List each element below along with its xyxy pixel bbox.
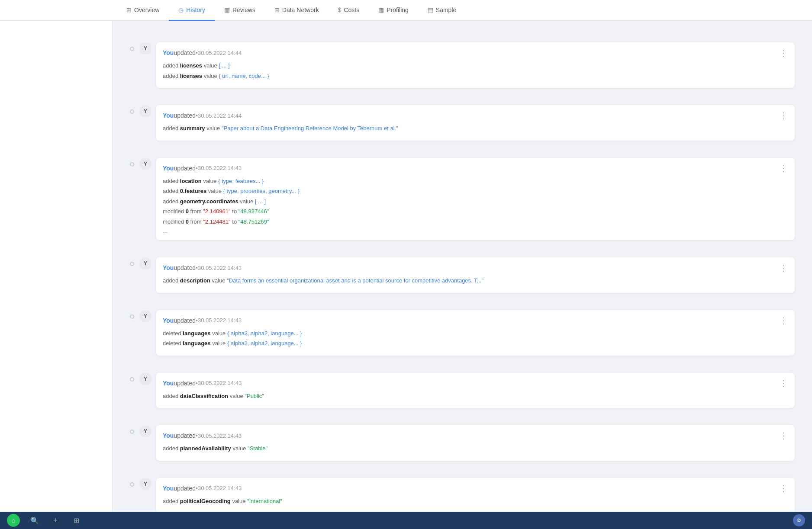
entry-dot bbox=[130, 314, 134, 319]
entry-content: You updated • 30.05.2022 14:43⋮added pla… bbox=[156, 425, 795, 461]
change-line: added geometry.coordinates value [ ... ] bbox=[163, 197, 788, 206]
entry-dot bbox=[130, 377, 134, 382]
entry-user: You bbox=[163, 264, 174, 271]
entry-user: You bbox=[163, 380, 174, 387]
entry-content: You updated • 30.05.2022 14:44⋮added sum… bbox=[156, 105, 795, 141]
entry-user: You bbox=[163, 432, 174, 439]
tab-reviews-label: Reviews bbox=[232, 6, 255, 13]
entry-dot bbox=[130, 430, 134, 434]
user-avatar: Y bbox=[139, 105, 151, 117]
history-entry: YYou updated • 30.05.2022 14:43⋮added da… bbox=[130, 364, 795, 417]
entry-time: 30.05.2022 14:44 bbox=[198, 50, 242, 56]
sidebar bbox=[0, 0, 113, 512]
entry-more-button[interactable]: ⋮ bbox=[779, 164, 788, 173]
tab-overview[interactable]: ⊞Overview bbox=[117, 0, 169, 21]
entry-more-button[interactable]: ⋮ bbox=[779, 316, 788, 325]
entry-middle: YYou updated • 30.05.2022 14:43⋮added po… bbox=[139, 478, 795, 513]
change-line: added dataClassification value "Public" bbox=[163, 392, 788, 401]
entry-header: You updated • 30.05.2022 14:44⋮ bbox=[163, 111, 788, 120]
tab-profiling[interactable]: ▦Profiling bbox=[369, 0, 418, 21]
search-icon[interactable]: 🔍 bbox=[29, 514, 41, 526]
entry-more-button[interactable]: ⋮ bbox=[779, 379, 788, 388]
entry-content: You updated • 30.05.2022 14:43⋮deleted l… bbox=[156, 310, 795, 356]
entry-dot bbox=[130, 162, 134, 167]
profiling-icon: ▦ bbox=[378, 6, 384, 13]
entry-more-button[interactable]: ⋮ bbox=[779, 48, 788, 57]
user-avatar: Y bbox=[139, 257, 151, 269]
entry-content: You updated • 30.05.2022 14:43⋮added des… bbox=[156, 257, 795, 293]
entry-time: 30.05.2022 14:43 bbox=[198, 485, 242, 491]
tab-sample-label: Sample bbox=[436, 6, 456, 13]
entry-more-button[interactable]: ⋮ bbox=[779, 263, 788, 272]
entry-action: updated bbox=[174, 380, 196, 387]
entry-more-button[interactable]: ⋮ bbox=[779, 111, 788, 120]
tab-data-network-label: Data Network bbox=[282, 6, 319, 13]
entry-content: You updated • 30.05.2022 14:44⋮added lic… bbox=[156, 42, 795, 88]
entry-dot bbox=[130, 47, 134, 51]
user-avatar: Y bbox=[139, 310, 151, 322]
change-line: added plannedAvailability value "Stable" bbox=[163, 444, 788, 453]
entry-user: You bbox=[163, 485, 174, 492]
entry-header: You updated • 30.05.2022 14:43⋮ bbox=[163, 164, 788, 173]
entry-header: You updated • 30.05.2022 14:44⋮ bbox=[163, 48, 788, 57]
entry-middle: YYou updated • 30.05.2022 14:43⋮added da… bbox=[139, 373, 795, 408]
entry-header: You updated • 30.05.2022 14:43⋮ bbox=[163, 263, 788, 272]
history-entry: YYou updated • 30.05.2022 14:43⋮added de… bbox=[130, 249, 795, 301]
entry-time: 30.05.2022 14:44 bbox=[198, 112, 242, 119]
tab-costs[interactable]: $Costs bbox=[329, 0, 369, 21]
entry-action: updated bbox=[174, 49, 196, 56]
entry-ellipsis: ... bbox=[163, 228, 788, 234]
user-avatar: Y bbox=[139, 158, 151, 170]
bottom-bar: ⌂ 🔍 + ⊞ D bbox=[0, 512, 812, 529]
entry-time: 30.05.2022 14:43 bbox=[198, 165, 242, 171]
entry-content: You updated • 30.05.2022 14:43⋮added dat… bbox=[156, 373, 795, 408]
tab-data-network[interactable]: ⊞Data Network bbox=[265, 0, 329, 21]
user-avatar: Y bbox=[139, 42, 151, 55]
entry-action: updated bbox=[174, 485, 196, 492]
entry-header: You updated • 30.05.2022 14:43⋮ bbox=[163, 379, 788, 388]
change-line: added licenses value { url, name, code..… bbox=[163, 72, 788, 80]
tab-reviews[interactable]: ▦Reviews bbox=[215, 0, 265, 21]
tab-profiling-label: Profiling bbox=[387, 6, 409, 13]
user-avatar[interactable]: D bbox=[793, 514, 805, 526]
entry-header: You updated • 30.05.2022 14:43⋮ bbox=[163, 484, 788, 493]
entry-time: 30.05.2022 14:43 bbox=[198, 265, 242, 271]
home-icon[interactable]: ⌂ bbox=[7, 514, 20, 527]
change-line: added description value "Data forms an e… bbox=[163, 276, 788, 285]
entry-dot bbox=[130, 262, 134, 266]
main-content: YYou updated • 30.05.2022 14:44⋮added li… bbox=[113, 21, 812, 529]
tab-history-label: History bbox=[186, 6, 205, 13]
entry-more-button[interactable]: ⋮ bbox=[779, 431, 788, 440]
history-entry: YYou updated • 30.05.2022 14:43⋮added pl… bbox=[130, 417, 795, 469]
tab-sample[interactable]: ▤Sample bbox=[418, 0, 466, 21]
top-nav: ⊞Overview◷History▦Reviews⊞Data Network$C… bbox=[0, 0, 812, 21]
entry-middle: YYou updated • 30.05.2022 14:43⋮added lo… bbox=[139, 158, 795, 240]
tab-history[interactable]: ◷History bbox=[169, 0, 215, 21]
history-icon: ◷ bbox=[178, 6, 184, 13]
user-avatar: Y bbox=[139, 373, 151, 385]
grid-icon[interactable]: ⊞ bbox=[70, 514, 82, 526]
entry-middle: YYou updated • 30.05.2022 14:43⋮added pl… bbox=[139, 425, 795, 461]
data-network-icon: ⊞ bbox=[274, 6, 280, 13]
tab-overview-label: Overview bbox=[134, 6, 159, 13]
entry-header: You updated • 30.05.2022 14:43⋮ bbox=[163, 316, 788, 325]
entry-time: 30.05.2022 14:43 bbox=[198, 317, 242, 324]
reviews-icon: ▦ bbox=[224, 6, 230, 13]
entry-content: You updated • 30.05.2022 14:43⋮added loc… bbox=[156, 158, 795, 240]
entry-action: updated bbox=[174, 112, 196, 119]
change-line: added 0.features value { type, propertie… bbox=[163, 187, 788, 196]
history-entry: YYou updated • 30.05.2022 14:44⋮added li… bbox=[130, 34, 795, 96]
entry-user: You bbox=[163, 317, 174, 324]
entry-time: 30.05.2022 14:43 bbox=[198, 433, 242, 439]
history-list: YYou updated • 30.05.2022 14:44⋮added li… bbox=[130, 34, 795, 522]
entry-middle: YYou updated • 30.05.2022 14:44⋮added su… bbox=[139, 105, 795, 141]
entry-time: 30.05.2022 14:43 bbox=[198, 380, 242, 386]
change-line: deleted languages value { alpha3, alpha2… bbox=[163, 339, 788, 348]
history-entry: YYou updated • 30.05.2022 14:43⋮deleted … bbox=[130, 301, 795, 364]
add-icon[interactable]: + bbox=[49, 514, 61, 526]
change-line: added licenses value [ ... ] bbox=[163, 61, 788, 70]
change-line: added location value { type, features...… bbox=[163, 177, 788, 186]
sample-icon: ▤ bbox=[428, 6, 433, 13]
entry-dot bbox=[130, 482, 134, 487]
entry-more-button[interactable]: ⋮ bbox=[779, 484, 788, 493]
